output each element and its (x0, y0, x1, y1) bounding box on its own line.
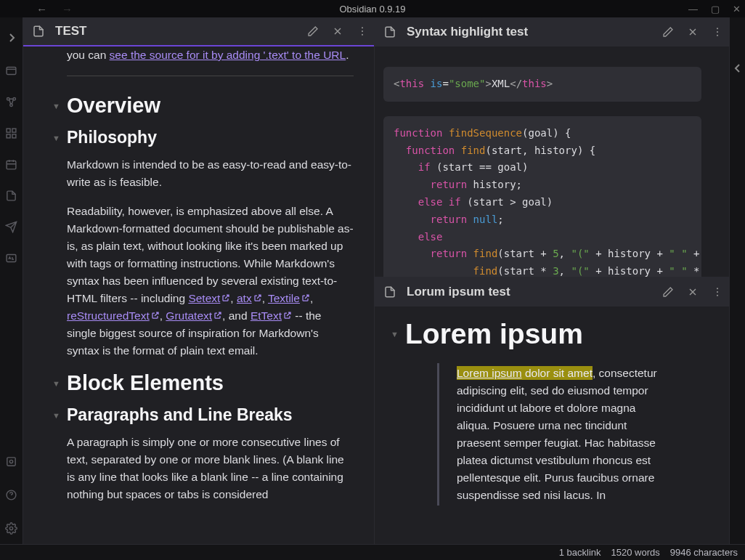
lorem-content[interactable]: ▼Lorem ipsum Lorem ipsum dolor sit amet,… (375, 307, 729, 544)
link-ettext[interactable]: EtText (251, 309, 292, 322)
command-palette-icon[interactable] (1, 248, 22, 268)
help-icon[interactable] (1, 484, 22, 505)
paragraph: Readability, however, is emphasized abov… (67, 203, 354, 360)
status-bar: 1 backlink 1520 words 9946 characters (0, 544, 745, 560)
pane-test-document: TEST you can see the source for it by ad… (23, 17, 375, 544)
status-backlinks[interactable]: 1 backlink (559, 547, 601, 558)
svg-rect-6 (7, 134, 10, 137)
templates-icon[interactable] (1, 185, 22, 206)
backlinks-icon[interactable] (1, 123, 22, 143)
fold-icon[interactable]: ▼ (52, 102, 60, 110)
nav-back[interactable]: ← (36, 3, 47, 15)
more-options-button[interactable] (710, 285, 725, 299)
vault-icon[interactable] (1, 451, 22, 471)
svg-point-18 (717, 31, 718, 33)
edit-button[interactable] (661, 25, 675, 39)
fold-icon[interactable]: ▼ (52, 379, 60, 388)
svg-point-19 (717, 35, 718, 36)
window-maximize[interactable]: ▢ (711, 4, 720, 15)
fold-icon[interactable]: ▼ (52, 134, 60, 142)
tab-title: Syntax highlight test (407, 25, 651, 39)
close-button[interactable] (330, 24, 345, 38)
tab-header-test[interactable]: TEST (23, 17, 374, 46)
heading-block-elements: ▼Block Elements (67, 371, 354, 395)
svg-rect-10 (7, 457, 15, 465)
svg-point-14 (362, 27, 363, 28)
edit-button[interactable] (661, 285, 675, 299)
settings-icon[interactable] (1, 518, 22, 538)
text-fragment: you can (67, 49, 110, 61)
svg-point-22 (717, 295, 718, 296)
svg-rect-4 (7, 129, 10, 132)
link-rst[interactable]: reStructuredText (67, 309, 160, 322)
document-content[interactable]: you can see the source for it by adding … (23, 46, 374, 544)
app-title: Obsidian 0.9.19 (339, 4, 405, 15)
more-options-button[interactable] (710, 25, 725, 39)
svg-rect-0 (7, 67, 16, 74)
fold-icon[interactable]: ▼ (52, 411, 60, 420)
file-icon (32, 25, 45, 38)
svg-point-21 (717, 291, 718, 293)
svg-point-15 (362, 31, 363, 32)
link-grutatext[interactable]: Grutatext (166, 309, 222, 322)
pane-syntax-highlight: Syntax highlight test <this is="some">XM… (375, 17, 729, 277)
code-block-js: function findSequence(goal) { function f… (383, 116, 701, 277)
svg-point-11 (9, 460, 12, 463)
highlighted-text: dolor sit amet (522, 366, 593, 380)
link-textile[interactable]: Textile (268, 292, 310, 304)
tab-header-syntax[interactable]: Syntax highlight test (375, 17, 729, 46)
file-icon (383, 285, 396, 299)
status-word-count: 1520 words (611, 547, 660, 558)
svg-point-13 (9, 527, 12, 529)
code-block-xml: <this is="some">XML</this> (383, 67, 701, 102)
svg-rect-5 (12, 129, 16, 132)
nav-forward[interactable]: → (62, 3, 73, 15)
tab-title: Lorum ipsum test (407, 285, 651, 299)
svg-rect-7 (12, 134, 16, 137)
link-atx[interactable]: atx (237, 292, 262, 304)
svg-point-3 (10, 103, 13, 106)
code-content[interactable]: <this is="some">XML</this> function find… (375, 46, 729, 277)
text-fragment: . (346, 49, 349, 61)
more-options-button[interactable] (355, 24, 370, 38)
quick-switcher-icon[interactable] (1, 60, 22, 81)
window-minimize[interactable]: — (688, 4, 698, 15)
right-sidebar-ribbon (729, 17, 745, 544)
svg-point-16 (362, 34, 363, 36)
horizontal-rule (67, 76, 354, 76)
blockquote-text: , consectetur adipiscing elit, sed do ei… (457, 367, 657, 501)
tab-title: TEST (55, 24, 296, 38)
heading-philosophy: ▼Philosophy (67, 128, 354, 147)
paragraph: Markdown is intended to be as easy-to-re… (67, 156, 354, 191)
close-button[interactable] (685, 285, 700, 299)
heading-overview: ▼Overview (67, 94, 354, 118)
close-button[interactable] (685, 25, 700, 39)
link-setext[interactable]: Setext (188, 292, 230, 304)
file-icon (383, 25, 396, 38)
status-char-count: 9946 characters (670, 547, 738, 558)
fold-icon[interactable]: ▼ (391, 330, 399, 338)
heading-lorem: ▼Lorem ipsum (405, 318, 697, 350)
left-sidebar-ribbon (0, 17, 23, 544)
svg-rect-8 (7, 161, 16, 169)
daily-note-icon[interactable] (1, 154, 22, 174)
expand-right-sidebar[interactable] (734, 52, 741, 84)
graph-view-icon[interactable] (1, 92, 22, 112)
svg-point-20 (717, 288, 718, 289)
highlighted-link[interactable]: Lorem ipsum (457, 366, 522, 380)
tab-header-lorem[interactable]: Lorum ipsum test (375, 277, 729, 307)
blockquote: Lorem ipsum dolor sit amet, consectetur … (437, 363, 697, 506)
window-close[interactable]: ✕ (733, 4, 741, 15)
svg-rect-9 (7, 254, 16, 261)
heading-paragraphs: ▼Paragraphs and Line Breaks (67, 405, 354, 425)
pane-lorem-ipsum: Lorum ipsum test ▼Lorem ipsum Lorem ipsu… (375, 277, 729, 544)
source-link[interactable]: see the source for it by adding '.text' … (110, 49, 346, 61)
paragraph: A paragraph is simply one or more consec… (67, 434, 354, 503)
expand-left-sidebar[interactable] (8, 22, 15, 54)
svg-point-17 (717, 28, 718, 29)
edit-button[interactable] (306, 24, 320, 38)
publish-icon[interactable] (1, 216, 22, 237)
